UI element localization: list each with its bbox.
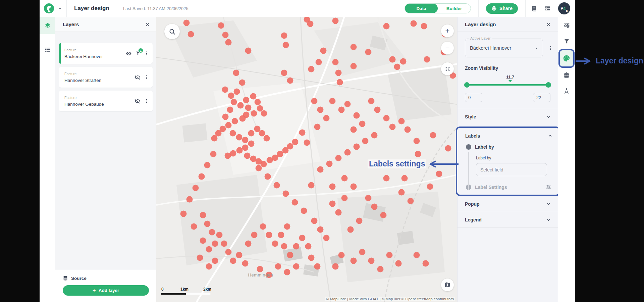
map-point[interactable] [259,130,265,137]
map-point[interactable] [307,20,314,27]
popup-section-header[interactable]: Popup [458,196,558,212]
map-point[interactable] [227,106,233,113]
zoom-visibility-slider[interactable]: 11.7 [465,82,550,88]
map-point[interactable] [368,98,375,104]
map-search-button[interactable] [164,24,180,39]
map-point[interactable] [413,138,420,144]
map-point[interactable] [188,31,194,37]
map-point[interactable] [206,263,212,269]
user-avatar[interactable]: P4B [558,2,570,14]
map-point[interactable] [287,252,293,258]
map-point[interactable] [395,260,402,267]
sliders-settings-icon[interactable] [546,184,551,190]
zoom-in-button[interactable]: + [441,24,454,37]
visibility-eye-icon[interactable] [125,50,132,57]
zoom-max-input[interactable] [533,93,550,102]
map-point[interactable] [314,123,320,130]
map-point[interactable] [281,243,287,250]
map-point[interactable] [371,132,378,139]
map-point[interactable] [436,170,442,177]
map-point[interactable] [251,110,257,116]
map-point[interactable] [230,257,236,264]
map-point[interactable] [210,151,217,157]
map-point[interactable] [311,218,317,224]
map-point[interactable] [248,130,255,137]
kebab-menu-icon[interactable] [144,74,149,80]
map-point[interactable] [225,122,232,128]
mode-builder-button[interactable]: Builder [438,4,471,13]
map-point[interactable] [341,175,347,181]
map-point[interactable] [183,19,190,26]
map-point[interactable] [255,165,262,171]
map-point[interactable] [245,240,251,247]
map-point[interactable] [356,218,363,224]
map-point[interactable] [245,48,251,54]
map-point[interactable] [323,115,329,121]
map-point[interactable] [212,240,218,247]
mode-data-button[interactable]: Data [405,4,438,13]
map-point[interactable] [222,114,229,120]
map-point[interactable] [239,80,245,86]
map-point[interactable] [304,139,310,146]
map-point[interactable] [320,48,326,54]
map-point[interactable] [383,115,390,121]
map-point[interactable] [273,182,280,188]
map-point[interactable] [291,199,298,205]
map-point[interactable] [329,184,335,190]
map-point[interactable] [180,210,186,217]
layer-card-hannover-strassen[interactable]: Feature Hannover Straßen [59,67,153,88]
map-point[interactable] [204,220,211,227]
map-point[interactable] [237,102,244,109]
map-point[interactable] [335,155,341,161]
map-point[interactable] [374,106,381,113]
map-point[interactable] [211,135,218,141]
map-point[interactable] [216,232,223,238]
map-point[interactable] [362,138,369,144]
map-point[interactable] [261,161,267,167]
map-point[interactable] [197,255,203,261]
map-point[interactable] [400,58,406,64]
map-point[interactable] [311,98,317,104]
map-point[interactable] [225,153,231,159]
map-point[interactable] [257,266,263,272]
map-point[interactable] [228,93,234,99]
label-by-step[interactable]: Label by [466,144,551,150]
map-point[interactable] [209,229,215,235]
map-point[interactable] [221,240,227,247]
map-point[interactable] [242,144,248,151]
label-settings-step[interactable]: Label Settings [466,184,551,190]
map-point[interactable] [332,59,338,65]
basemap-button[interactable] [441,279,454,291]
map-point[interactable] [421,23,427,30]
map-point[interactable] [191,223,197,230]
map-point[interactable] [243,97,250,103]
map-point[interactable] [430,132,436,139]
map-point[interactable] [225,39,232,45]
map-point[interactable] [350,63,357,69]
filter-badge-icon[interactable]: 1 [135,51,141,56]
map-point[interactable] [281,33,287,39]
map-point[interactable] [245,104,251,111]
map-point[interactable] [389,56,396,62]
style-section-header[interactable]: Style [458,109,558,124]
map-point[interactable] [301,208,307,214]
goat-logo-icon[interactable] [44,3,54,14]
map-point[interactable] [232,118,238,124]
map-point[interactable] [260,223,266,230]
map-point[interactable] [293,243,300,250]
map-point[interactable] [377,266,384,272]
map-point[interactable] [272,240,278,247]
map-point[interactable] [278,232,284,238]
map-point[interactable] [212,257,218,264]
map-point[interactable] [335,69,341,76]
map-point[interactable] [261,110,267,116]
map-point[interactable] [413,252,420,258]
map-point[interactable] [282,42,289,48]
fullscreen-button[interactable] [441,62,454,75]
map-point[interactable] [422,260,429,267]
map-point[interactable] [264,135,270,141]
map-point[interactable] [359,249,366,255]
map-point[interactable] [266,232,272,238]
map-point[interactable] [287,78,293,84]
share-button[interactable]: Share [486,3,518,14]
